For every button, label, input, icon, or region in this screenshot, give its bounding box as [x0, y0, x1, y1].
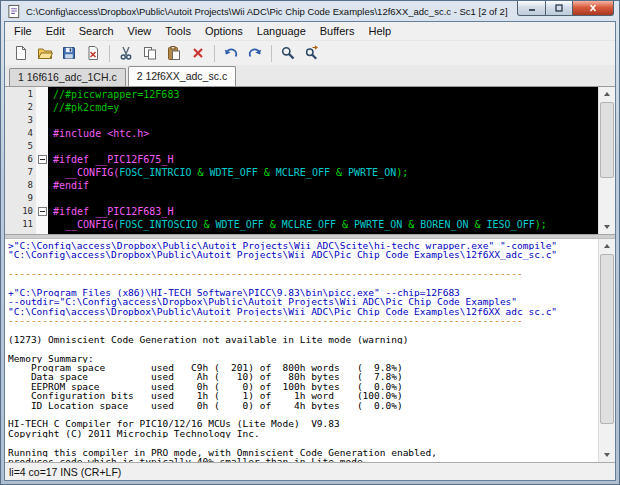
open-icon[interactable] — [33, 41, 57, 65]
fold-margin — [36, 166, 48, 179]
window-controls — [517, 1, 614, 16]
output-scroll-track[interactable] — [599, 253, 615, 448]
menu-buffers[interactable]: Buffers — [313, 23, 362, 39]
output-line: "C:\Config\access\Dropbox\Public\Autoit … — [8, 307, 599, 316]
output-line: Program space used C9h ( 201) of 800h wo… — [8, 363, 599, 372]
find-icon[interactable] — [276, 41, 300, 65]
token-ident: MCLRE_OFF — [282, 219, 336, 230]
redo-icon[interactable] — [243, 41, 267, 65]
line-number: 10 — [5, 205, 36, 218]
undo-icon[interactable] — [219, 41, 243, 65]
output-line: (1273) Omniscient Code Generation not av… — [8, 335, 599, 344]
token-op: & — [402, 219, 420, 230]
line-number: 6 — [5, 153, 36, 166]
titlebar[interactable]: C:\Config\access\Dropbox\Public\Autoit P… — [4, 1, 616, 21]
minimize-button[interactable] — [517, 1, 546, 16]
menu-view[interactable]: View — [121, 23, 159, 39]
token-preproc: __CONFIG( — [53, 167, 119, 178]
editor-scroll-thumb[interactable] — [600, 102, 614, 178]
code-line[interactable]: 11 __CONFIG(FOSC_INTOSCIO & WDTE_OFF & M… — [5, 218, 599, 231]
code-line[interactable]: 1//#piccwrapper=12F683 — [5, 88, 599, 101]
output-line: ----------------------------------------… — [8, 316, 599, 325]
scroll-down-icon[interactable] — [599, 220, 615, 234]
delete-icon[interactable] — [186, 41, 210, 65]
code-line[interactable]: 8#endif — [5, 179, 599, 192]
code-line[interactable]: 4#include <htc.h> — [5, 127, 599, 140]
maximize-button[interactable] — [546, 1, 572, 16]
tabbar: 1 16f616_adc_1CH.c2 12f6XX_adc_sc.c — [5, 65, 615, 87]
code-line[interactable]: 10#ifdef __PIC12F683_H — [5, 205, 599, 218]
menu-tools[interactable]: Tools — [158, 23, 198, 39]
output-line: HI-TECH C Compiler for PIC10/12/16 MCUs … — [8, 419, 599, 428]
fold-collapse-icon[interactable] — [38, 207, 47, 216]
output-scroll-thumb[interactable] — [600, 254, 614, 424]
line-number: 9 — [5, 192, 36, 205]
scroll-up-icon[interactable] — [599, 87, 615, 101]
code-text — [48, 140, 53, 153]
code-editor[interactable]: 1//#piccwrapper=12F6832//#pk2cmd=y34#inc… — [5, 87, 615, 234]
output-line: ID Location space used 0h ( 0) of 4h byt… — [8, 401, 599, 410]
output-line — [8, 326, 599, 335]
output-line: +"C:\Program Files (x86)\HI-TECH Softwar… — [8, 288, 599, 297]
buffer-tab[interactable]: 2 12f6XX_adc_sc.c — [128, 66, 236, 86]
replace-icon[interactable] — [300, 41, 324, 65]
token-op: & — [264, 219, 282, 230]
toolbar — [5, 40, 615, 65]
output-line: Running this compiler in PRO mode, with … — [8, 448, 599, 457]
token-ident: PWRTE_ON — [348, 167, 396, 178]
output-pane[interactable]: >"C:\Config\access\Dropbox\Public\Autoit… — [5, 239, 615, 462]
code-text: #ifdef __PIC12F683_H — [48, 205, 173, 218]
menu-file[interactable]: File — [7, 23, 39, 39]
fold-margin — [36, 88, 48, 101]
code-line[interactable]: 7 __CONFIG(FOSC_INTRCIO & WDTE_OFF & MCL… — [5, 166, 599, 179]
menu-edit[interactable]: Edit — [39, 23, 72, 39]
buffer-tab[interactable]: 1 16f616_adc_1CH.c — [9, 68, 126, 86]
fold-margin — [36, 205, 48, 218]
fold-margin — [36, 218, 48, 231]
code-line[interactable]: 5 — [5, 140, 599, 153]
menubar: FileEditSearchViewToolsOptionsLanguageBu… — [5, 22, 615, 40]
fold-margin — [36, 114, 48, 127]
code-text: //#pk2cmd=y — [48, 101, 119, 114]
editor-scroll-track[interactable] — [599, 101, 615, 220]
menu-language[interactable]: Language — [250, 23, 313, 39]
output-line — [8, 260, 599, 269]
output-line: ----------------------------------------… — [8, 269, 599, 278]
token-ident: WDTE_OFF — [210, 167, 258, 178]
code-line[interactable]: 2//#pk2cmd=y — [5, 101, 599, 114]
cut-icon[interactable] — [114, 41, 138, 65]
close-button[interactable] — [572, 1, 614, 16]
line-number: 1 — [5, 88, 36, 101]
line-number: 2 — [5, 101, 36, 114]
menu-search[interactable]: Search — [72, 23, 121, 39]
scroll-down-icon[interactable] — [599, 448, 615, 462]
token-op: & — [258, 167, 276, 178]
line-number: 8 — [5, 179, 36, 192]
toolbar-separator — [214, 45, 215, 62]
menu-options[interactable]: Options — [198, 23, 250, 39]
menu-help[interactable]: Help — [361, 23, 398, 39]
code-text — [48, 114, 53, 127]
line-number: 11 — [5, 218, 36, 231]
output-line: Configuration bits used 1h ( 1) of 1h wo… — [8, 391, 599, 400]
fold-collapse-icon[interactable] — [38, 155, 47, 164]
code-line[interactable]: 9 — [5, 192, 599, 205]
close-icon[interactable] — [81, 41, 105, 65]
editor-scrollbar[interactable] — [598, 87, 615, 234]
save-icon[interactable] — [57, 41, 81, 65]
token-op: ); — [535, 219, 547, 230]
code-text: __CONFIG(FOSC_INTRCIO & WDTE_OFF & MCLRE… — [48, 166, 408, 179]
output-line — [8, 279, 599, 288]
code-line[interactable]: 6#ifdef __PIC12F675_H — [5, 153, 599, 166]
output-scrollbar[interactable] — [598, 239, 615, 462]
copy-icon[interactable] — [138, 41, 162, 65]
fold-margin — [36, 179, 48, 192]
window-title: C:\Config\access\Dropbox\Public\Autoit P… — [26, 6, 513, 17]
token-preproc: #include <htc.h> — [53, 128, 149, 139]
scroll-up-icon[interactable] — [599, 239, 615, 253]
paste-icon[interactable] — [162, 41, 186, 65]
app-icon — [7, 4, 22, 19]
code-line[interactable]: 3 — [5, 114, 599, 127]
token-ident: PWRTE_ON — [354, 219, 402, 230]
new-icon[interactable] — [9, 41, 33, 65]
